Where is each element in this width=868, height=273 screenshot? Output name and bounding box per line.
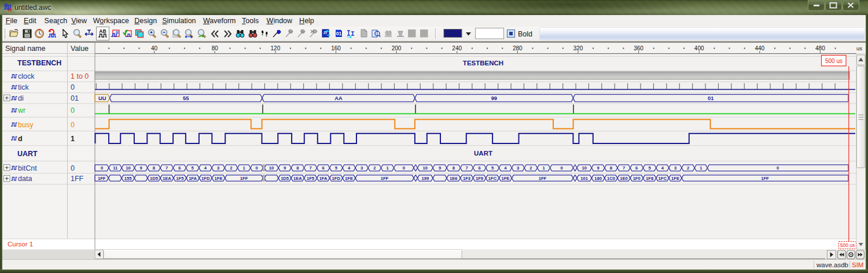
svg-text:01: 01 <box>708 95 713 101</box>
svg-text:0: 0 <box>71 106 75 115</box>
svg-text:1FC: 1FC <box>659 176 667 181</box>
svg-text:440: 440 <box>755 45 764 51</box>
svg-text:8: 8 <box>153 165 155 171</box>
svg-text:2: 2 <box>230 165 232 171</box>
svg-text:1FF: 1FF <box>240 176 248 181</box>
svg-text:6: 6 <box>178 165 181 171</box>
svg-text:0: 0 <box>71 164 75 172</box>
svg-text:200: 200 <box>392 45 402 51</box>
svg-text:Bold: Bold <box>518 30 532 38</box>
svg-text:1E0: 1E0 <box>620 176 628 181</box>
svg-text:7: 7 <box>165 165 168 171</box>
svg-text:1C0: 1C0 <box>607 176 615 181</box>
svg-text:Cursor 1: Cursor 1 <box>8 241 33 248</box>
svg-text:9: 9 <box>597 165 599 171</box>
svg-text:1D5: 1D5 <box>281 176 289 181</box>
svg-text:3: 3 <box>674 165 676 171</box>
svg-text:1EA: 1EA <box>163 176 171 181</box>
svg-text:4: 4 <box>661 165 664 171</box>
svg-text:1FF: 1FF <box>98 176 106 181</box>
svg-text:3: 3 <box>517 165 519 171</box>
svg-text:1FE: 1FE <box>345 176 353 181</box>
svg-text:0: 0 <box>560 165 562 171</box>
svg-text:AB: AB <box>99 28 106 34</box>
svg-text:UU: UU <box>98 95 106 101</box>
svg-text:1E6: 1E6 <box>450 176 458 181</box>
svg-text:480: 480 <box>815 45 825 51</box>
svg-text:TESTBENCH: TESTBENCH <box>17 59 61 67</box>
svg-text:1FD: 1FD <box>332 176 341 181</box>
svg-text:1: 1 <box>386 165 389 171</box>
svg-text:1D5: 1D5 <box>150 176 159 181</box>
svg-text:155: 155 <box>124 176 132 181</box>
svg-text:Value: Value <box>71 45 89 53</box>
svg-text:1FC: 1FC <box>488 176 497 181</box>
svg-text:5: 5 <box>648 165 651 171</box>
svg-text:11: 11 <box>113 165 118 171</box>
svg-text:101: 101 <box>580 176 588 181</box>
svg-text:240: 240 <box>452 45 462 51</box>
svg-text:3: 3 <box>217 165 219 171</box>
svg-text:UART: UART <box>17 150 38 158</box>
svg-text:6: 6 <box>478 165 480 171</box>
svg-text:8: 8 <box>610 165 612 171</box>
svg-text:tick: tick <box>18 83 30 91</box>
svg-text:1FE: 1FE <box>215 176 223 181</box>
svg-text:10: 10 <box>423 165 428 171</box>
svg-text:0: 0 <box>101 165 103 171</box>
svg-text:10: 10 <box>582 165 586 171</box>
svg-text:120: 120 <box>271 45 281 51</box>
svg-text:180: 180 <box>594 176 602 181</box>
svg-text:320: 320 <box>573 45 583 51</box>
svg-text:2: 2 <box>687 165 689 171</box>
svg-text:data: data <box>18 175 32 183</box>
svg-text:0: 0 <box>777 165 779 171</box>
svg-text:bitCnt: bitCnt <box>18 164 37 172</box>
svg-text:199: 199 <box>421 176 429 181</box>
svg-text:1 to 0: 1 to 0 <box>71 72 89 80</box>
svg-text:8: 8 <box>453 165 455 171</box>
svg-text:1FD: 1FD <box>201 176 210 181</box>
svg-text:500 us: 500 us <box>825 58 843 64</box>
svg-text:9: 9 <box>284 165 286 171</box>
svg-text:d: d <box>18 135 23 143</box>
svg-text:80: 80 <box>212 45 219 51</box>
svg-text:8: 8 <box>296 165 299 171</box>
svg-text:1F0: 1F0 <box>633 176 641 181</box>
svg-text:1: 1 <box>71 135 75 143</box>
svg-text:1: 1 <box>242 165 245 171</box>
svg-text:500 us: 500 us <box>840 242 855 248</box>
svg-text:1F3: 1F3 <box>463 176 470 181</box>
svg-text:SIM: SIM <box>852 261 863 268</box>
svg-text:busy: busy <box>18 121 34 129</box>
svg-text:2: 2 <box>529 165 532 171</box>
svg-text:di: di <box>18 94 24 102</box>
svg-text:1FE: 1FE <box>501 176 509 181</box>
svg-text:400: 400 <box>694 45 704 51</box>
svg-text:1F5: 1F5 <box>176 176 184 181</box>
svg-text:99: 99 <box>491 95 497 101</box>
svg-text:1: 1 <box>700 165 703 171</box>
svg-text:1F9: 1F9 <box>476 176 483 181</box>
svg-text:1FF: 1FF <box>71 175 84 183</box>
svg-text:5: 5 <box>491 165 494 171</box>
svg-text:us: us <box>856 45 862 51</box>
svg-text:%: % <box>300 29 304 35</box>
svg-text:Signal name: Signal name <box>5 45 46 53</box>
svg-text:1F8: 1F8 <box>646 176 653 181</box>
svg-text:4: 4 <box>504 165 507 171</box>
svg-text:1FE: 1FE <box>671 176 679 181</box>
svg-text:1: 1 <box>542 165 545 171</box>
svg-text:3: 3 <box>361 165 363 171</box>
svg-text:clock: clock <box>18 72 35 80</box>
svg-text:wr: wr <box>17 106 25 115</box>
svg-text:0: 0 <box>403 165 405 171</box>
svg-text:55: 55 <box>183 95 189 101</box>
svg-text:40: 40 <box>151 45 158 51</box>
svg-text:360: 360 <box>634 45 643 51</box>
svg-text:7: 7 <box>309 165 311 171</box>
svg-text:1EA: 1EA <box>293 176 302 181</box>
svg-text:01: 01 <box>71 94 79 102</box>
svg-text:7: 7 <box>465 165 468 171</box>
svg-text:7: 7 <box>623 165 625 171</box>
